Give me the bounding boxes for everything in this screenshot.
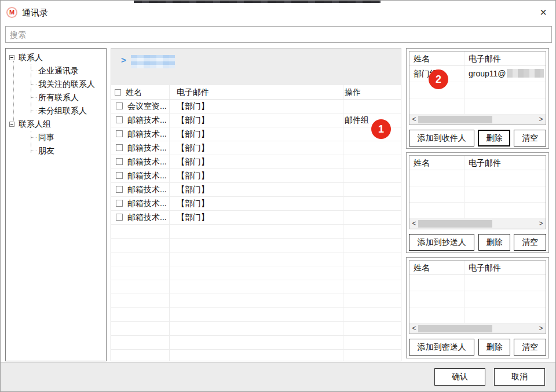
tree-connector: [13, 61, 14, 126]
clear-to-button[interactable]: 清空: [514, 130, 546, 146]
empty-row: [409, 275, 546, 291]
row-checkbox[interactable]: [116, 200, 123, 207]
scroll-left-icon[interactable]: <: [409, 115, 419, 124]
table-row[interactable]: 邮箱技术... 【部门】: [111, 169, 401, 183]
empty-row: [409, 203, 546, 219]
collapse-icon[interactable]: [9, 122, 14, 127]
sidebar-item-enterprise-directory[interactable]: 企业通讯录: [6, 64, 106, 78]
sidebar-item-label: 我关注的联系人: [38, 79, 95, 90]
add-to-cc-button[interactable]: 添加到抄送人: [409, 234, 474, 251]
contacts-tree: 联系人 企业通讯录 我关注的联系人 所有联系人 未分组联系人 联系人组: [6, 49, 106, 157]
sidebar-item-followed-contacts[interactable]: 我关注的联系人: [6, 78, 106, 91]
row-checkbox[interactable]: [116, 102, 123, 109]
tree-connector: [31, 111, 36, 111]
scroll-right-icon[interactable]: >: [536, 324, 546, 334]
tree-connector: [31, 71, 36, 71]
sidebar-item-contact-groups[interactable]: 联系人组: [6, 118, 106, 131]
delete-bcc-button[interactable]: 删除: [478, 339, 511, 356]
annotation-badge-2: 2: [429, 69, 448, 89]
to-table: 姓名 电子邮件 部门组 group11@ < >: [409, 51, 546, 125]
scroll-right-icon[interactable]: >: [536, 219, 546, 229]
contacts-tree-panel: 联系人 企业通讯录 我关注的联系人 所有联系人 未分组联系人 联系人组: [5, 48, 107, 361]
add-to-bcc-button[interactable]: 添加到密送人: [409, 339, 474, 356]
sidebar-item-ungrouped-contacts[interactable]: 未分组联系人: [6, 104, 106, 118]
table-row[interactable]: 邮箱技术... 【部门】: [111, 197, 401, 211]
table-row[interactable]: 邮箱技术... 【部门】: [111, 141, 401, 155]
cc-table-header: 姓名 电子邮件: [409, 156, 546, 170]
row-checkbox[interactable]: [116, 158, 123, 165]
horizontal-scrollbar[interactable]: < >: [409, 324, 546, 334]
sidebar-item-label: 未分组联系人: [38, 106, 87, 116]
empty-row: [409, 291, 546, 307]
add-to-recipients-button[interactable]: 添加到收件人: [409, 130, 474, 146]
sidebar-item-label: 所有联系人: [38, 93, 79, 103]
contacts-table: 姓名 电子邮件 操作 会议室资... 【部门】 邮箱技术... 【部门】 邮件组: [111, 85, 401, 361]
empty-row: [409, 170, 546, 186]
table-row[interactable]: 邮箱技术... 【部门】 邮件组: [111, 113, 401, 127]
close-icon[interactable]: ×: [535, 4, 552, 20]
empty-row: [409, 186, 546, 203]
background-window-sliver: [134, 1, 381, 3]
sidebar-item-colleagues[interactable]: 同事: [6, 131, 106, 144]
sidebar-item-contacts[interactable]: 联系人: [6, 51, 106, 64]
row-checkbox[interactable]: [116, 144, 123, 151]
redacted-email-domain: [507, 69, 544, 78]
row-checkbox[interactable]: [116, 130, 123, 137]
scrollbar-thumb[interactable]: [418, 116, 492, 123]
cancel-button[interactable]: 取消: [494, 368, 545, 386]
scrollbar-thumb[interactable]: [418, 220, 492, 228]
collapse-icon[interactable]: [9, 55, 14, 60]
mail-group-action[interactable]: 邮件组: [345, 115, 369, 126]
app-logo-icon: M: [6, 7, 17, 18]
row-checkbox[interactable]: [116, 214, 123, 221]
bcc-table: 姓名 电子邮件 < >: [409, 260, 546, 334]
contacts-table-header: 姓名 电子邮件 操作: [111, 85, 401, 100]
tree-connector: [31, 97, 36, 98]
row-checkbox[interactable]: [116, 186, 123, 193]
clear-bcc-button[interactable]: 清空: [514, 339, 546, 356]
recipients-bcc-section: 姓名 电子邮件 < > 添加到密送人 删除 清空: [406, 257, 549, 358]
bcc-table-header: 姓名 电子邮件: [409, 261, 546, 275]
row-checkbox[interactable]: [116, 116, 123, 123]
scroll-left-icon[interactable]: <: [409, 219, 419, 229]
clear-cc-button[interactable]: 清空: [514, 234, 546, 251]
delete-to-button[interactable]: 删除: [478, 130, 510, 146]
scroll-left-icon[interactable]: <: [409, 324, 419, 334]
table-row[interactable]: 邮箱技术... 【部门】: [111, 155, 401, 169]
cc-table: 姓名 电子邮件 < >: [409, 155, 546, 229]
dialog-footer: 确认 取消: [1, 362, 555, 391]
contacts-table-body: 会议室资... 【部门】 邮箱技术... 【部门】 邮件组 邮箱技术... 【部…: [111, 100, 401, 361]
horizontal-scrollbar[interactable]: < >: [409, 219, 546, 229]
sidebar-item-friends[interactable]: 朋友: [6, 144, 106, 157]
sidebar-item-label: 联系人组: [19, 119, 51, 130]
sidebar-item-all-contacts[interactable]: 所有联系人: [6, 91, 106, 104]
empty-row: [409, 98, 546, 115]
column-header-name: 姓名: [126, 87, 142, 98]
scroll-right-icon[interactable]: >: [536, 115, 546, 124]
horizontal-scrollbar[interactable]: < >: [409, 115, 546, 124]
table-row[interactable]: 会议室资... 【部门】: [111, 100, 401, 113]
tree-connector: [31, 131, 31, 153]
table-row[interactable]: 邮箱技术... 【部门】: [111, 211, 401, 225]
sidebar-item-label: 朋友: [38, 146, 54, 156]
annotation-badge-1: 1: [371, 119, 391, 139]
sidebar-item-label: 企业通讯录: [38, 66, 79, 76]
delete-cc-button[interactable]: 删除: [478, 234, 511, 251]
window-title: 通讯录: [22, 8, 48, 19]
search-input[interactable]: [5, 26, 552, 43]
sidebar-item-label: 同事: [38, 133, 54, 143]
table-row[interactable]: 邮箱技术... 【部门】: [111, 183, 401, 197]
table-row[interactable]: 邮箱技术... 【部门】: [111, 127, 401, 141]
tree-connector: [31, 151, 36, 151]
breadcrumb: >: [111, 49, 401, 85]
confirm-button[interactable]: 确认: [434, 368, 485, 386]
tree-connector: [31, 137, 36, 138]
column-header-email: 电子邮件: [177, 87, 209, 98]
select-all-checkbox[interactable]: [115, 89, 121, 96]
scrollbar-thumb[interactable]: [418, 325, 492, 332]
email-prefix: group11@: [469, 69, 506, 78]
sidebar-item-label: 联系人: [19, 53, 43, 63]
row-checkbox[interactable]: [116, 172, 123, 179]
breadcrumb-item-redacted[interactable]: [131, 55, 175, 68]
tree-connector: [31, 64, 31, 113]
